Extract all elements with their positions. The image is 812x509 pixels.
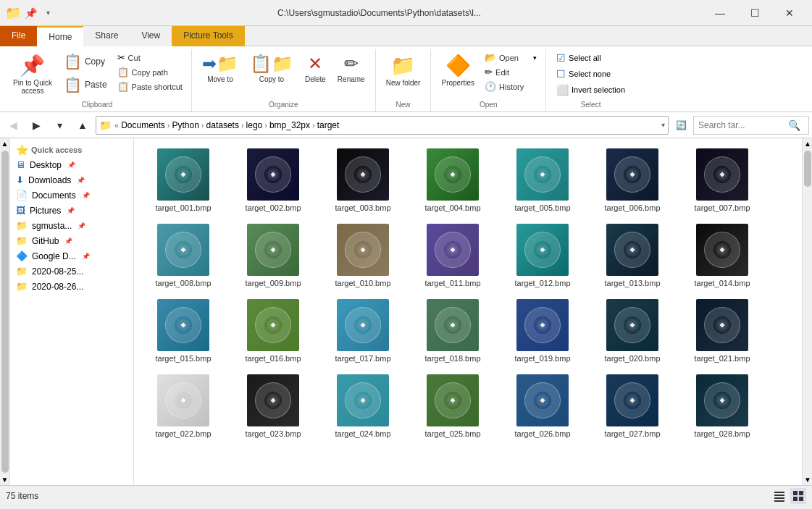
- file-scroll-thumb[interactable]: [804, 151, 811, 187]
- file-item[interactable]: target_027.bmp: [589, 370, 676, 442]
- path-item-python[interactable]: Python: [170, 120, 201, 130]
- select-all-button[interactable]: ☑ Select all: [552, 51, 629, 65]
- file-item[interactable]: target_014.bmp: [679, 219, 766, 292]
- up-button[interactable]: ▲: [72, 115, 93, 135]
- file-item[interactable]: target_026.bmp: [499, 370, 586, 442]
- copy-path-button[interactable]: 📋 Copy path: [114, 65, 185, 79]
- pictures-icon: 🖼: [16, 205, 25, 216]
- copy-to-button[interactable]: 📋📁 Copy to: [246, 51, 298, 86]
- file-item[interactable]: target_024.bmp: [319, 370, 406, 442]
- file-item[interactable]: target_009.bmp: [230, 219, 317, 292]
- path-item-bmp32px[interactable]: bmp_32px: [267, 120, 312, 130]
- paste-shortcut-button[interactable]: 📋 Paste shortcut: [114, 80, 185, 93]
- quick-access-section[interactable]: ⭐ Quick access: [10, 141, 133, 157]
- file-thumbnail: [696, 148, 748, 201]
- tab-picture-tools[interactable]: Picture Tools: [172, 26, 244, 46]
- file-label: target_009.bmp: [245, 279, 301, 287]
- file-item[interactable]: target_017.bmp: [319, 295, 406, 367]
- file-item[interactable]: target_023.bmp: [230, 370, 317, 442]
- sidebar-scroll-down[interactable]: ▼: [0, 474, 9, 485]
- maximize-button[interactable]: ☐: [738, 1, 771, 25]
- svg-rect-4: [793, 491, 798, 495]
- move-to-button[interactable]: ➡📁 Move to: [198, 51, 243, 86]
- file-item[interactable]: target_022.bmp: [140, 370, 227, 442]
- rename-button[interactable]: ✏ Rename: [333, 51, 369, 86]
- file-item[interactable]: target_019.bmp: [499, 295, 586, 367]
- sidebar-item-pictures[interactable]: 🖼 Pictures 📌: [10, 203, 133, 218]
- file-item[interactable]: target_020.bmp: [589, 295, 676, 367]
- refresh-button[interactable]: 🔄: [671, 116, 690, 135]
- dropdown-arrow-icon[interactable]: ▾: [41, 6, 55, 20]
- path-item-lego[interactable]: lego: [244, 120, 265, 130]
- file-thumbnail: [157, 374, 209, 426]
- file-item[interactable]: target_001.bmp: [140, 144, 227, 216]
- tab-home[interactable]: Home: [37, 26, 83, 46]
- sidebar-item-desktop[interactable]: 🖥 Desktop 📌: [10, 157, 133, 172]
- select-none-button[interactable]: ☐ Select none: [552, 67, 629, 81]
- forward-button[interactable]: ▶: [26, 115, 46, 135]
- path-item-target[interactable]: target: [315, 120, 342, 130]
- history-button[interactable]: 🕐 History: [482, 80, 540, 93]
- recent-locations-button[interactable]: ▾: [49, 115, 70, 135]
- path-item-documents[interactable]: Documents: [119, 120, 167, 130]
- file-item[interactable]: target_018.bmp: [409, 295, 496, 367]
- tab-file[interactable]: File: [0, 26, 37, 46]
- search-input[interactable]: [698, 120, 785, 130]
- tab-share[interactable]: Share: [83, 26, 130, 46]
- file-item[interactable]: target_010.bmp: [319, 219, 406, 292]
- file-item[interactable]: target_008.bmp: [140, 219, 227, 292]
- file-item[interactable]: target_004.bmp: [409, 144, 496, 216]
- file-item[interactable]: target_021.bmp: [679, 295, 766, 367]
- file-item[interactable]: target_028.bmp: [679, 370, 766, 442]
- file-item[interactable]: target_006.bmp: [589, 144, 676, 216]
- file-scroll-down[interactable]: ▼: [803, 474, 812, 485]
- sidebar-item-google[interactable]: 🔷 Google D... 📌: [10, 248, 133, 264]
- path-item-datasets[interactable]: datasets: [204, 120, 241, 130]
- file-item[interactable]: target_013.bmp: [589, 219, 676, 292]
- open-button[interactable]: 📂 Open ▾: [482, 51, 540, 64]
- copy-icon: 📋: [64, 53, 82, 70]
- file-item[interactable]: target_012.bmp: [499, 219, 586, 292]
- file-item[interactable]: target_007.bmp: [679, 144, 766, 216]
- sidebar-item-2020-08-25[interactable]: 📁 2020-08-25...: [10, 264, 133, 279]
- tab-view[interactable]: View: [130, 26, 172, 46]
- file-scroll-up[interactable]: ▲: [803, 138, 812, 149]
- select-group: ☑ Select all ☐ Select none ⬜ Invert sele…: [546, 49, 635, 112]
- sidebar: ⭐ Quick access 🖥 Desktop 📌 ⬇ Downloads 📌…: [10, 138, 134, 485]
- sidebar-scroll-up[interactable]: ▲: [0, 138, 9, 149]
- sidebar-item-sgmusta[interactable]: 📁 sgmusta... 📌: [10, 218, 133, 233]
- search-box: 🔍: [693, 116, 809, 135]
- details-view-button[interactable]: [771, 488, 787, 504]
- folder-icon: 📁: [6, 6, 20, 20]
- file-item[interactable]: target_002.bmp: [230, 144, 317, 216]
- file-item[interactable]: target_015.bmp: [140, 295, 227, 367]
- close-button[interactable]: ✕: [773, 1, 806, 25]
- sidebar-scrollbar[interactable]: [1, 151, 9, 473]
- file-item[interactable]: target_016.bmp: [230, 295, 317, 367]
- sidebar-item-downloads[interactable]: ⬇ Downloads 📌: [10, 172, 133, 188]
- file-item[interactable]: target_003.bmp: [319, 144, 406, 216]
- large-icons-view-button[interactable]: [790, 488, 806, 504]
- file-item[interactable]: target_005.bmp: [499, 144, 586, 216]
- copy-button[interactable]: 📋 Copy: [59, 51, 112, 72]
- back-button[interactable]: ◀: [3, 115, 23, 135]
- new-folder-button[interactable]: 📁 New folder: [382, 51, 425, 90]
- delete-button[interactable]: ✕ Delete: [301, 51, 330, 86]
- properties-button[interactable]: 🔶 Properties: [437, 51, 479, 90]
- minimize-button[interactable]: —: [703, 1, 737, 25]
- search-icon[interactable]: 🔍: [788, 119, 800, 131]
- edit-button[interactable]: ✏ Edit: [482, 65, 540, 79]
- paste-button[interactable]: 📋 Paste: [59, 74, 112, 96]
- file-item[interactable]: target_025.bmp: [409, 370, 496, 442]
- file-item[interactable]: target_011.bmp: [409, 219, 496, 292]
- sidebar-item-github[interactable]: 📁 GitHub 📌: [10, 233, 133, 248]
- file-thumbnail: [606, 299, 658, 351]
- pin-to-quick-access-button[interactable]: 📌 Pin to Quickaccess: [9, 51, 56, 98]
- sidebar-item-2020-08-26[interactable]: 📁 2020-08-26...: [10, 279, 133, 294]
- path-dropdown-icon[interactable]: ▾: [658, 121, 668, 129]
- invert-selection-button[interactable]: ⬜ Invert selection: [552, 83, 629, 97]
- cut-button[interactable]: ✂ Cut: [114, 51, 185, 64]
- file-thumbnail: [337, 374, 389, 426]
- file-label: target_008.bmp: [155, 279, 211, 287]
- sidebar-item-documents[interactable]: 📄 Documents 📌: [10, 188, 133, 203]
